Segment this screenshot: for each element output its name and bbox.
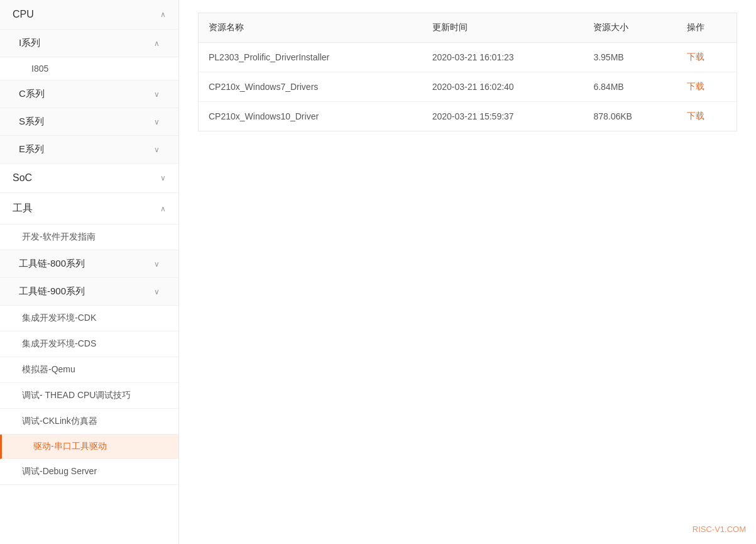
cell-size: 878.06KB bbox=[583, 102, 676, 131]
sidebar-item-simulator-qemu[interactable]: 模拟器-Qemu bbox=[0, 357, 178, 383]
cell-resource-name: CP210x_Windows7_Drivers bbox=[199, 72, 422, 102]
watermark: RISC-V1.COM bbox=[693, 525, 746, 534]
sidebar-subsection-e-series[interactable]: E系列 ∨ bbox=[0, 136, 178, 164]
download-link[interactable]: 下载 bbox=[687, 111, 704, 121]
col-header-update-time: 更新时间 bbox=[422, 13, 584, 43]
sidebar-item-ide-cds[interactable]: 集成开发环境-CDS bbox=[0, 331, 178, 357]
sidebar-section-cpu[interactable]: CPU ∧ bbox=[0, 0, 178, 30]
sidebar-item-toolchain-900[interactable]: 工具链-900系列 ∨ bbox=[0, 278, 178, 306]
sidebar-subsection-s-series[interactable]: S系列 ∨ bbox=[0, 108, 178, 136]
cell-action[interactable]: 下载 bbox=[677, 102, 737, 131]
sidebar-section-soc[interactable]: SoC ∨ bbox=[0, 164, 178, 193]
sidebar-subsection-c-series[interactable]: C系列 ∨ bbox=[0, 80, 178, 108]
chevron-cpu-icon: ∧ bbox=[160, 10, 166, 19]
sidebar-subsection-i-series[interactable]: I系列 ∧ bbox=[0, 30, 178, 57]
cell-action[interactable]: 下载 bbox=[677, 43, 737, 72]
sidebar-item-debug-cklink[interactable]: 调试-CKLink仿真器 bbox=[0, 409, 178, 435]
download-link[interactable]: 下载 bbox=[687, 81, 704, 91]
cell-size: 6.84MB bbox=[583, 72, 676, 102]
sidebar-item-dev-guide[interactable]: 开发-软件开发指南 bbox=[0, 225, 178, 250]
chevron-i-series-icon: ∧ bbox=[154, 39, 160, 48]
sidebar-section-soc-label: SoC bbox=[13, 172, 32, 184]
chevron-toolchain-900-icon: ∨ bbox=[154, 287, 160, 296]
download-link[interactable]: 下载 bbox=[687, 52, 704, 62]
chevron-tools-icon: ∧ bbox=[160, 204, 166, 213]
chevron-c-series-icon: ∨ bbox=[154, 90, 160, 99]
chevron-s-series-icon: ∨ bbox=[154, 118, 160, 126]
col-header-action: 操作 bbox=[677, 13, 737, 43]
main-content: 资源名称 更新时间 资源大小 操作 PL2303_Prolific_Driver… bbox=[179, 0, 756, 544]
sidebar-subsection-i-series-label: I系列 bbox=[19, 37, 40, 49]
chevron-soc-icon: ∨ bbox=[160, 174, 166, 182]
col-header-size: 资源大小 bbox=[583, 13, 676, 43]
table-row: PL2303_Prolific_DriverInstaller2020-03-2… bbox=[199, 43, 737, 72]
cell-size: 3.95MB bbox=[583, 43, 676, 72]
cell-resource-name: PL2303_Prolific_DriverInstaller bbox=[199, 43, 422, 72]
table-row: CP210x_Windows10_Driver2020-03-21 15:59:… bbox=[199, 102, 737, 131]
col-header-name: 资源名称 bbox=[199, 13, 422, 43]
sidebar-item-debug-thead[interactable]: 调试- THEAD CPU调试技巧 bbox=[0, 383, 178, 409]
cell-update-time: 2020-03-21 16:02:40 bbox=[422, 72, 584, 102]
sidebar-item-driver-serial[interactable]: 驱动-串口工具驱动 bbox=[0, 435, 178, 459]
sidebar-section-cpu-label: CPU bbox=[13, 9, 34, 20]
sidebar: CPU ∧ I系列 ∧ I805 C系列 ∨ S系列 ∨ E系列 ∨ SoC ∨… bbox=[0, 0, 179, 544]
sidebar-section-tools-label: 工具 bbox=[13, 202, 33, 215]
cell-update-time: 2020-03-21 16:01:23 bbox=[422, 43, 584, 72]
sidebar-subsection-s-series-label: S系列 bbox=[19, 116, 44, 128]
sidebar-subsection-e-series-label: E系列 bbox=[19, 143, 44, 155]
chevron-toolchain-800-icon: ∨ bbox=[154, 260, 160, 269]
table-row: CP210x_Windows7_Drivers2020-03-21 16:02:… bbox=[199, 72, 737, 102]
sidebar-item-i805[interactable]: I805 bbox=[0, 57, 178, 80]
chevron-e-series-icon: ∨ bbox=[154, 145, 160, 154]
sidebar-subsection-c-series-label: C系列 bbox=[19, 88, 45, 100]
resource-table: 资源名称 更新时间 资源大小 操作 PL2303_Prolific_Driver… bbox=[198, 13, 737, 131]
sidebar-section-tools[interactable]: 工具 ∧ bbox=[0, 193, 178, 225]
cell-update-time: 2020-03-21 15:59:37 bbox=[422, 102, 584, 131]
sidebar-item-toolchain-800[interactable]: 工具链-800系列 ∨ bbox=[0, 250, 178, 278]
cell-action[interactable]: 下载 bbox=[677, 72, 737, 102]
cell-resource-name: CP210x_Windows10_Driver bbox=[199, 102, 422, 131]
sidebar-item-ide-cdk[interactable]: 集成开发环境-CDK bbox=[0, 306, 178, 331]
sidebar-item-debug-server[interactable]: 调试-Debug Server bbox=[0, 459, 178, 485]
